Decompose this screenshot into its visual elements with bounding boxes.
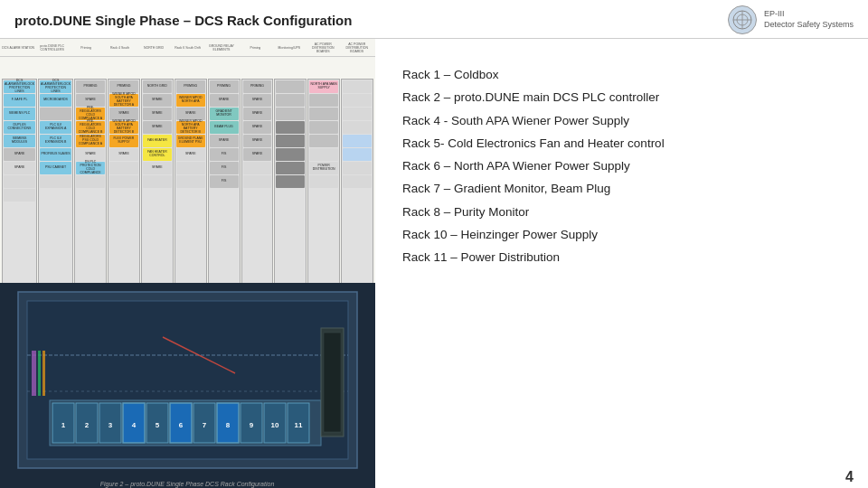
svg-text:Figure 2 – proto.DUNE Single P: Figure 2 – proto.DUNE Single Phase DCS R… <box>100 481 275 488</box>
svg-text:2: 2 <box>85 421 90 429</box>
rack-item: SPARE <box>176 148 205 161</box>
rack-item: WIENER MPOD SOUTH APA BATTERY DETECTOR B <box>109 121 138 134</box>
rack-body-rack6: PRIMINGWIENER MPOD NORTH APASPAREWIENER … <box>175 79 207 283</box>
rack-item: SPARE <box>4 162 35 174</box>
svg-text:8: 8 <box>226 421 231 429</box>
rack-list-item: Rack 6 – North APA Wiener Power Supply <box>402 157 846 175</box>
rack-item: GROUND PLANE ELEMENT PSU <box>176 135 205 147</box>
rack-item: DCS ALARM/INTERLOCK PROTECTION LINES <box>40 80 71 93</box>
right-panel: Rack 1 – ColdboxRack 2 – proto.DUNE main… <box>375 39 868 488</box>
svg-text:5: 5 <box>156 421 160 429</box>
rack-item: PROFIBUS SLAVES <box>40 148 71 161</box>
rack-item: PRIMING <box>243 80 272 93</box>
svg-rect-9 <box>32 351 36 396</box>
rack-item: BEAM PLUG <box>210 121 239 134</box>
rack-list-item: Rack 10 – Heinzinger Power Supply <box>402 226 846 244</box>
rack-body-rack3: PRIMINGSPAREPRE-REGULATORS COLD COMPLIAN… <box>74 79 107 283</box>
rack-col-rack11 <box>341 79 373 283</box>
rack-item <box>109 175 138 188</box>
main-content: DCS ALARM STATION proto.DUNE PLC CONTROL… <box>0 39 868 488</box>
rack-item: WIENER MPOD SOUTH APA BATTERY DETECTOR A <box>109 94 138 107</box>
rack-list-item: Rack 11 – Power Distribution <box>402 249 846 267</box>
rack-item <box>309 94 338 107</box>
rack-item: SPARE <box>243 135 272 147</box>
rack-body-rack5: NORTH GRIDSPARESPARESPAREFAN HEATERFAN H… <box>141 79 174 283</box>
rack-item: SPARE <box>176 108 205 120</box>
logo-area: EP-III Detector Safety Systems <box>728 5 854 34</box>
rack-item: FAN HEATER CONTROL <box>143 148 172 161</box>
rack-top-strip: DCS ALARM STATION proto.DUNE PLC CONTROL… <box>0 39 375 57</box>
rack-item: GRADIENT MONITOR <box>210 108 239 120</box>
rack-item <box>276 80 305 93</box>
header: proto.DUNE Single Phase – DCS Rack Confi… <box>0 0 868 39</box>
rack-item <box>109 162 138 174</box>
rack-item: PLC ILV EXPANSION A <box>40 121 71 134</box>
rack-item: SPARE <box>143 108 172 120</box>
rack-item <box>76 175 105 188</box>
rack-item <box>176 175 205 188</box>
logo-icon <box>728 5 757 34</box>
rack-item: POWER DISTRIBUTION <box>309 162 338 174</box>
floor-plan: 1 2 3 4 5 6 7 8 9 10 11 Figure 2 – proto… <box>0 283 375 488</box>
rack-item: SPARE <box>143 162 172 174</box>
rack-item: SPARE <box>210 135 239 147</box>
rack-item: SPARE <box>143 121 172 134</box>
rack-item: PSU CABINET <box>40 162 71 174</box>
rack-item: REGULATORS PSU COLD COMPLIANCE A <box>76 135 105 147</box>
rack-item: SIEMENS MODULES <box>4 135 35 147</box>
rack-list-item: Rack 4 - South APA Wiener Power Supply <box>402 112 846 130</box>
rack-col-rack6: PRIMINGWIENER MPOD NORTH APASPAREWIENER … <box>175 79 207 283</box>
svg-rect-10 <box>38 351 41 396</box>
rack-item: WIENER MPOD NORTH APA BATTERY DETECTOR B <box>176 121 205 134</box>
rack-item: SPARE <box>243 121 272 134</box>
svg-text:1: 1 <box>61 421 66 429</box>
rack-item <box>343 94 372 107</box>
rack-body-rack7: PRIMINGSPAREGRADIENT MONITORBEAM PLUGSPA… <box>208 79 241 283</box>
rack-item <box>276 135 305 147</box>
rack-item <box>4 189 35 202</box>
rack-body-rack1: DCS ALARM/INTERLOCK PROTECTION LINESF-SA… <box>2 79 37 283</box>
rack-item <box>309 175 338 188</box>
rack-item: PRIMING <box>109 80 138 93</box>
rack-item: SPARE <box>243 108 272 120</box>
rack-item: FIS <box>210 162 239 174</box>
rack-item <box>343 148 372 161</box>
rack-col-rack3: PRIMINGSPAREPRE-REGULATORS COLD COMPLIAN… <box>74 79 107 283</box>
rack-item <box>309 148 338 161</box>
rack-body-rack8: PRIMINGSPARESPARESPARESPARESPARE <box>241 79 274 283</box>
rack-item: PRIMING <box>210 80 239 93</box>
rack-item: SPARE <box>76 148 105 161</box>
rack-item <box>4 175 35 188</box>
rack-item <box>40 108 71 120</box>
rack-item <box>276 148 305 161</box>
rack-body-rack4: PRIMINGWIENER MPOD SOUTH APA BATTERY DET… <box>108 79 140 283</box>
page-number: 4 <box>845 469 854 485</box>
rack-item: PRE-REGULATORS COLD COMPLIANCE B <box>76 121 105 134</box>
rack-body-rack9 <box>274 79 307 283</box>
racks-container: DCS ALARM/INTERLOCK PROTECTION LINESF-SA… <box>0 75 375 283</box>
rack-item: FIS <box>210 148 239 161</box>
rack-item: SPARE <box>109 148 138 161</box>
rack-item <box>343 80 372 93</box>
rack-item <box>40 175 71 188</box>
rack-item: FAN HEATER <box>143 135 172 147</box>
rack-item <box>176 162 205 174</box>
rack-col-rack10: NORTH APA MAIN SUPPLYPOWER DISTRIBUTION <box>307 79 340 283</box>
rack-col-rack5: NORTH GRIDSPARESPARESPAREFAN HEATERFAN H… <box>141 79 174 283</box>
rack-col-rack8: PRIMINGSPARESPARESPARESPARESPARE <box>241 79 274 283</box>
rack-item <box>343 162 372 174</box>
rack-item <box>276 94 305 107</box>
rack-item: SPARE <box>243 148 272 161</box>
rack-item: PRIMING <box>176 80 205 93</box>
rack-item: MICROBOARDS <box>40 94 71 107</box>
rack-item <box>343 135 372 147</box>
rack-item: NORTH GRID <box>143 80 172 93</box>
rack-list-item: Rack 1 – Coldbox <box>402 66 846 84</box>
rack-item: PRIMING <box>76 80 105 93</box>
rack-item: DS PLC PROTECTION COLD COMPLIANCE <box>76 162 105 174</box>
rack-item: DUPLUS CONNECTIONS <box>4 121 35 134</box>
rack-col-rack7: PRIMINGSPAREGRADIENT MONITORBEAM PLUGSPA… <box>208 79 241 283</box>
rack-body-rack11 <box>341 79 373 283</box>
rack-list-item: Rack 2 – proto.DUNE main DCS PLC control… <box>402 89 846 107</box>
rack-list: Rack 1 – ColdboxRack 2 – proto.DUNE main… <box>402 66 846 271</box>
